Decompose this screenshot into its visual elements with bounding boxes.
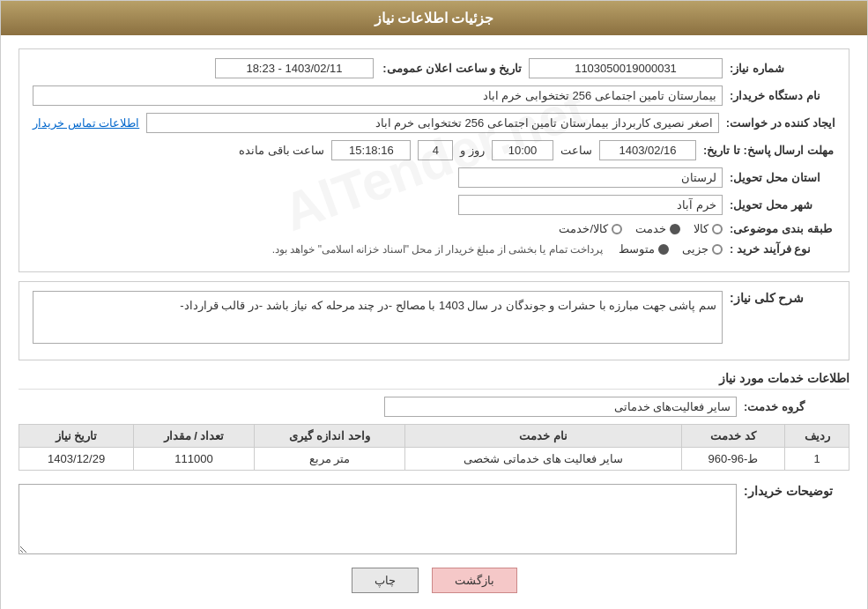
need-number-value: 1103050019000031: [529, 58, 723, 78]
city-value: خرم آباد: [458, 195, 723, 215]
reply-days: 4: [418, 140, 453, 160]
reply-remaining-label: ساعت باقی مانده: [239, 144, 324, 157]
category-label: طبقه بندی موضوعی:: [730, 222, 835, 235]
radio-kala-label: کالا: [694, 222, 708, 235]
radio-kala-khadamat: [612, 224, 622, 234]
radio-jozvi-label: جزیی: [682, 242, 708, 256]
radio-motavasset-label: متوسط: [619, 242, 655, 256]
category-khadamat[interactable]: خدمت: [635, 222, 680, 235]
col-row: ردیف: [785, 425, 849, 448]
radio-khadamat: [670, 224, 680, 234]
group-label: گروه خدمت:: [744, 400, 849, 413]
province-label: استان محل تحویل:: [730, 171, 835, 184]
buyer-description-label: توضیحات خریدار:: [744, 484, 849, 498]
cell-date: 1403/12/29: [19, 448, 134, 471]
contact-link[interactable]: اطلاعات تماس خریدار: [33, 116, 139, 130]
need-description-value: سم پاشی جهت مبارزه با حشرات و جوندگان در…: [33, 291, 723, 344]
process-label: نوع فرآیند خرید :: [730, 242, 835, 256]
radio-jozvi: [712, 244, 723, 255]
cell-unit: متر مربع: [254, 448, 405, 471]
buyer-description-textarea[interactable]: [19, 484, 737, 554]
reply-deadline-label: مهلت ارسال پاسخ: تا تاریخ:: [703, 144, 835, 157]
radio-kala: [712, 224, 723, 234]
reply-date: 1403/02/16: [599, 140, 696, 160]
process-radio-group: جزیی متوسط: [619, 242, 723, 256]
services-table: ردیف کد خدمت نام خدمت واحد اندازه گیری ت…: [19, 424, 849, 471]
table-row: 1 ط-96-960 سایر فعالیت های خدماتی شخصی م…: [19, 448, 849, 471]
need-description-label: شرح کلی نیاز:: [730, 291, 835, 305]
col-quantity: تعداد / مقدار: [134, 425, 254, 448]
back-button[interactable]: بازگشت: [432, 568, 517, 593]
category-kala[interactable]: کالا: [694, 222, 723, 235]
col-unit: واحد اندازه گیری: [254, 425, 405, 448]
cell-code: ط-96-960: [681, 448, 784, 471]
radio-khadamat-label: خدمت: [635, 222, 666, 235]
page-title: جزئیات اطلاعات نیاز: [1, 1, 867, 35]
province-value: لرستان: [458, 167, 723, 188]
category-kala-khadamat[interactable]: کالا/خدمت: [559, 222, 622, 235]
services-section-title: اطلاعات خدمات مورد نیاز: [19, 371, 849, 390]
col-code: کد خدمت: [681, 425, 784, 448]
col-name: نام خدمت: [405, 425, 681, 448]
col-date: تاریخ نیاز: [19, 425, 134, 448]
need-number-label: شماره نیاز:: [730, 62, 835, 75]
creator-value: اصغر نصیری کاربرداز بیمارستان تامین اجتم…: [146, 113, 719, 133]
buyer-org-value: بیمارستان تامین اجتماعی 256 تختخوابی خرم…: [33, 85, 723, 106]
process-motavasset[interactable]: متوسط: [619, 242, 669, 256]
cell-row: 1: [785, 448, 849, 471]
reply-time-label: ساعت: [560, 144, 592, 157]
reply-remaining: 15:18:16: [331, 140, 411, 160]
print-button[interactable]: چاپ: [352, 568, 419, 593]
buyer-org-label: نام دستگاه خریدار:: [730, 89, 835, 102]
reply-time: 10:00: [492, 140, 553, 160]
reply-day-label: روز و: [460, 144, 485, 157]
radio-kala-khadamat-label: کالا/خدمت: [559, 222, 608, 235]
radio-motavasset: [658, 244, 669, 255]
cell-name: سایر فعالیت های خدماتی شخصی: [405, 448, 681, 471]
category-radio-group: کالا خدمت کالا/خدمت: [559, 222, 723, 235]
process-jozvi[interactable]: جزیی: [682, 242, 723, 256]
group-value: سایر فعالیت‌های خدماتی: [384, 397, 737, 417]
creator-label: ایجاد کننده در خواست:: [726, 116, 835, 130]
payment-note: پرداخت تمام یا بخشی از مبلغ خریدار از مح…: [272, 243, 603, 256]
cell-quantity: 111000: [134, 448, 254, 471]
city-label: شهر محل تحویل:: [730, 198, 835, 212]
announce-date-value: 1403/02/11 - 18:23: [215, 58, 374, 78]
announce-date-label: تاریخ و ساعت اعلان عمومی:: [381, 62, 522, 75]
